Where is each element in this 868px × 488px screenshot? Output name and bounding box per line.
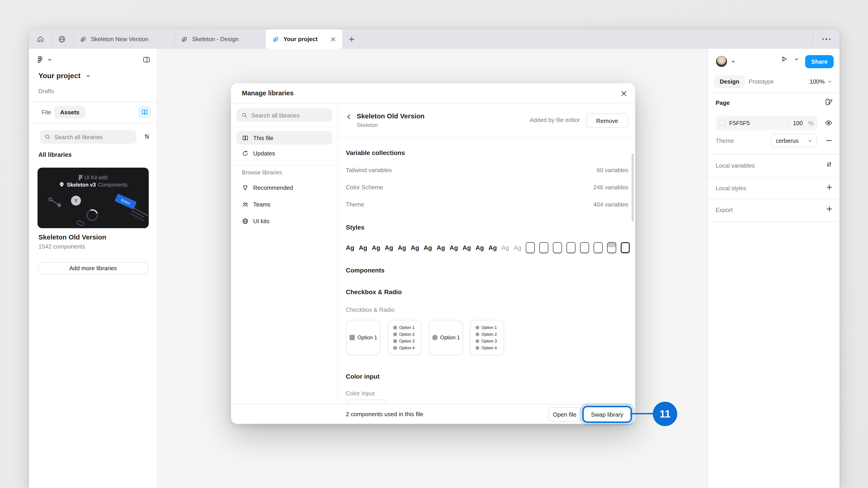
component-radio-single[interactable]: Option 1 [429,320,463,355]
tab-design[interactable]: Design [714,75,745,88]
add-export-button[interactable] [826,205,833,213]
page-color-value[interactable]: F5F5F5 [729,120,750,127]
color-style-swatch[interactable] [553,242,562,253]
text-style-sample[interactable]: Ag [501,244,509,251]
main-menu-button[interactable] [36,56,52,64]
divider [708,93,839,93]
text-style-sample[interactable]: Ag [450,244,458,251]
open-file-button[interactable]: Open file [548,407,581,422]
color-style-swatch[interactable] [621,242,630,253]
tab-your-project[interactable]: Your project [266,29,342,49]
text-style-sample[interactable]: Ag [359,244,367,251]
text-style-sample[interactable]: Ag [436,244,445,251]
labels-decoration [130,207,149,222]
option-label: Option 2 [482,332,497,336]
variables-heading: Variable collections [346,149,405,156]
key-decoration [71,196,81,205]
color-chip [719,120,725,126]
back-button[interactable] [345,112,352,121]
tab-prototype[interactable]: Prototype [749,78,774,85]
nav-updates[interactable]: Updates [237,147,332,160]
remove-theme-button[interactable] [826,137,833,144]
component-checkbox-single[interactable]: Option 1 [346,320,380,355]
tab-separator [813,33,813,45]
chevron-down-icon[interactable] [86,74,90,78]
local-styles-label: Local styles [716,185,746,192]
page-color-row[interactable]: F5F5F5 100 % [716,116,817,130]
figma-logo-icon [36,56,44,64]
option-label: Option 4 [482,346,497,350]
share-button[interactable]: Share [805,55,834,68]
community-button[interactable] [54,29,70,49]
variable-row-value: 246 variables [593,184,628,191]
nav-label: Recommended [253,184,293,191]
window-menu-button[interactable] [817,29,835,49]
chevron-down-icon[interactable] [731,59,736,64]
page-opacity-value[interactable]: 100 [793,120,803,127]
color-style-swatch[interactable] [526,242,535,253]
text-style-sample[interactable]: Ag [372,244,380,251]
tab-file[interactable]: File [41,109,51,116]
option-label: Option 3 [482,339,497,343]
variable-row-label: Theme [346,201,364,208]
search-input[interactable]: Search all libraries [40,130,136,144]
chevron-down-icon[interactable] [794,57,799,61]
component-radio-group[interactable]: Option 1 Option 2 Option 3 Option 4 [470,320,504,355]
checkbox-icon [393,339,397,343]
chevron-left-icon [346,113,351,120]
button-decoration: Button [115,194,137,209]
open-variables-button[interactable] [826,161,833,168]
library-card-cover[interactable]: UI Kit with Skeleton v3 Components [37,168,149,228]
component-checkbox-group[interactable]: Option 1 Option 2 Option 3 Option 4 [388,320,421,355]
tab-skeleton-new-version[interactable]: Skeleton New Version [73,29,175,49]
tab-assets[interactable]: Assets [54,106,85,119]
theme-select[interactable]: cerberus [771,134,817,147]
variable-row-label: Color Scheme [346,184,383,191]
field-separator [788,119,788,127]
filter-button[interactable] [143,133,151,140]
color-style-swatch[interactable] [567,242,576,253]
tab-label: Skeleton New Version [91,36,148,42]
swatchbook-icon[interactable] [824,98,833,106]
option-label: Option 1 [399,325,414,330]
modal-search-input[interactable]: Search all libraries [237,108,332,122]
text-style-sample[interactable]: Ag [514,244,521,251]
color-style-swatch[interactable] [608,242,616,253]
remove-button[interactable]: Remove [586,113,628,128]
color-style-swatch[interactable] [580,242,589,253]
text-style-sample[interactable]: Ag [411,244,419,251]
close-modal-button[interactable] [619,89,629,98]
present-play-icon[interactable] [780,55,788,63]
group-title: Checkbox & Radio [346,288,402,295]
nav-teams[interactable]: Teams [237,197,332,211]
home-button[interactable] [33,29,48,49]
nav-this-file[interactable]: This file [237,131,332,144]
modal-scrollbar[interactable] [631,154,634,221]
add-style-button[interactable] [826,184,833,191]
text-style-sample[interactable]: Ag [489,244,497,251]
avatar[interactable] [716,56,727,67]
theme-label: Theme [716,137,734,144]
swap-library-button[interactable]: Swap library [584,407,631,422]
color-style-swatch[interactable] [539,242,549,253]
add-more-libraries-button[interactable]: Add more libraries [37,262,149,274]
text-style-sample[interactable]: Ag [346,244,354,251]
text-style-sample[interactable]: Ag [398,244,406,251]
checkbox-icon [393,326,397,329]
tab-skeleton-design[interactable]: Skeleton - Design [175,29,266,49]
text-style-sample[interactable]: Ag [385,244,393,251]
text-style-sample[interactable]: Ag [463,244,471,251]
text-style-sample[interactable]: Ag [424,244,432,251]
variable-row-label: Tailwind variables [346,167,392,173]
library-button[interactable] [138,106,151,119]
text-style-sample[interactable]: Ag [475,244,484,251]
new-tab-button[interactable] [344,29,359,49]
close-tab-icon[interactable] [331,36,336,42]
visibility-button[interactable] [825,119,833,127]
cover-line1: UI Kit with [84,175,108,180]
color-style-swatch[interactable] [594,242,603,253]
toggle-sidebar-button[interactable] [143,56,151,64]
zoom-control[interactable]: 100% [810,78,832,85]
nav-recommended[interactable]: Recommended [237,181,332,194]
nav-ui-kits[interactable]: UI kits [237,214,332,228]
